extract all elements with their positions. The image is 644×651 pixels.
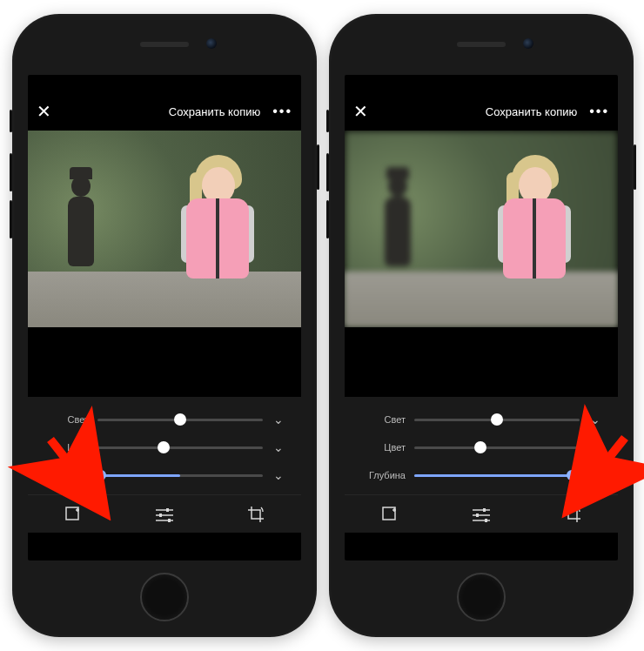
bottom-toolbar xyxy=(345,494,618,533)
slider-depth[interactable]: Глубина ⌄ xyxy=(357,461,606,489)
chevron-down-icon[interactable]: ⌄ xyxy=(585,468,606,482)
home-button[interactable] xyxy=(457,573,506,621)
photo-subject xyxy=(174,148,261,287)
more-button[interactable]: ••• xyxy=(584,104,609,119)
photo-preview[interactable] xyxy=(28,131,301,327)
slider-color[interactable]: Цвет ⌄ xyxy=(40,433,289,461)
adjust-panel: Свет ⌄ Цвет ⌄ Глубина ⌄ xyxy=(345,397,618,494)
effects-icon[interactable] xyxy=(56,497,91,532)
mute-switch xyxy=(10,110,12,132)
svg-rect-0 xyxy=(66,507,78,520)
crop-rotate-icon[interactable] xyxy=(555,497,590,532)
save-copy-button[interactable]: Сохранить копию xyxy=(162,102,267,122)
preview-gap xyxy=(345,327,618,397)
slider-color-label: Цвет xyxy=(357,442,406,453)
slider-light-track[interactable] xyxy=(414,419,580,421)
volume-down xyxy=(326,153,329,191)
phone-frame-left: ✕ Сохранить копию ••• Свет xyxy=(12,14,317,637)
svg-rect-15 xyxy=(483,508,486,512)
close-button[interactable]: ✕ xyxy=(353,103,368,120)
slider-depth-track[interactable] xyxy=(97,474,263,477)
adjust-panel: Свет ⌄ Цвет ⌄ Глубина ⌄ xyxy=(28,397,301,494)
slider-light[interactable]: Свет ⌄ xyxy=(40,406,289,433)
crop-rotate-icon[interactable] xyxy=(238,497,273,532)
volume-down xyxy=(10,153,12,191)
adjust-icon[interactable] xyxy=(147,497,182,532)
status-bar xyxy=(345,75,618,92)
chevron-down-icon[interactable]: ⌄ xyxy=(585,413,606,426)
chevron-down-icon[interactable]: ⌄ xyxy=(268,440,289,454)
slider-light-track[interactable] xyxy=(97,419,263,421)
slider-color-track[interactable] xyxy=(414,446,580,449)
photo-statue xyxy=(56,165,106,280)
svg-rect-6 xyxy=(166,508,169,512)
preview-gap xyxy=(28,327,301,397)
phone-speaker xyxy=(140,42,189,47)
volume-up xyxy=(10,200,12,238)
status-bar xyxy=(28,75,301,92)
svg-rect-9 xyxy=(383,507,395,520)
phone-front-camera xyxy=(206,38,217,49)
photo-statue xyxy=(372,165,423,280)
chevron-down-icon[interactable]: ⌄ xyxy=(268,413,289,426)
slider-light-label: Свет xyxy=(357,414,406,425)
phone-frame-right: ✕ Сохранить копию ••• Свет xyxy=(329,14,634,637)
close-button[interactable]: ✕ xyxy=(37,103,51,120)
chevron-down-icon[interactable]: ⌄ xyxy=(268,468,289,482)
home-button[interactable] xyxy=(140,573,189,621)
slider-light[interactable]: Свет ⌄ xyxy=(357,406,606,433)
effects-icon[interactable] xyxy=(372,497,407,532)
mute-switch xyxy=(326,110,329,132)
chevron-down-icon[interactable]: ⌄ xyxy=(585,440,606,454)
phone-front-camera xyxy=(523,38,533,49)
slider-color-track[interactable] xyxy=(97,446,263,449)
slider-light-label: Свет xyxy=(40,414,89,425)
more-button[interactable]: ••• xyxy=(267,104,292,119)
slider-depth-label: Глубина xyxy=(357,470,406,480)
slider-depth-track[interactable] xyxy=(414,474,580,477)
svg-rect-17 xyxy=(485,519,487,522)
slider-depth-label: Глубина xyxy=(40,470,89,480)
power-button xyxy=(634,144,636,190)
svg-rect-8 xyxy=(168,519,171,522)
svg-rect-7 xyxy=(159,513,162,517)
svg-rect-16 xyxy=(476,513,479,517)
screen: ✕ Сохранить копию ••• Свет xyxy=(28,75,301,560)
adjust-icon[interactable] xyxy=(464,497,499,532)
save-copy-button[interactable]: Сохранить копию xyxy=(479,102,584,122)
phone-speaker xyxy=(457,42,506,47)
editor-header: ✕ Сохранить копию ••• xyxy=(28,92,301,131)
photo-preview[interactable] xyxy=(345,131,618,327)
screen: ✕ Сохранить копию ••• Свет xyxy=(345,75,618,560)
photo-subject xyxy=(491,148,578,287)
bottom-toolbar xyxy=(28,494,301,533)
volume-up xyxy=(326,200,329,238)
slider-color-label: Цвет xyxy=(40,442,89,453)
editor-header: ✕ Сохранить копию ••• xyxy=(345,92,618,131)
power-button xyxy=(317,144,319,190)
slider-depth[interactable]: Глубина ⌄ xyxy=(40,461,289,489)
slider-color[interactable]: Цвет ⌄ xyxy=(357,433,606,461)
